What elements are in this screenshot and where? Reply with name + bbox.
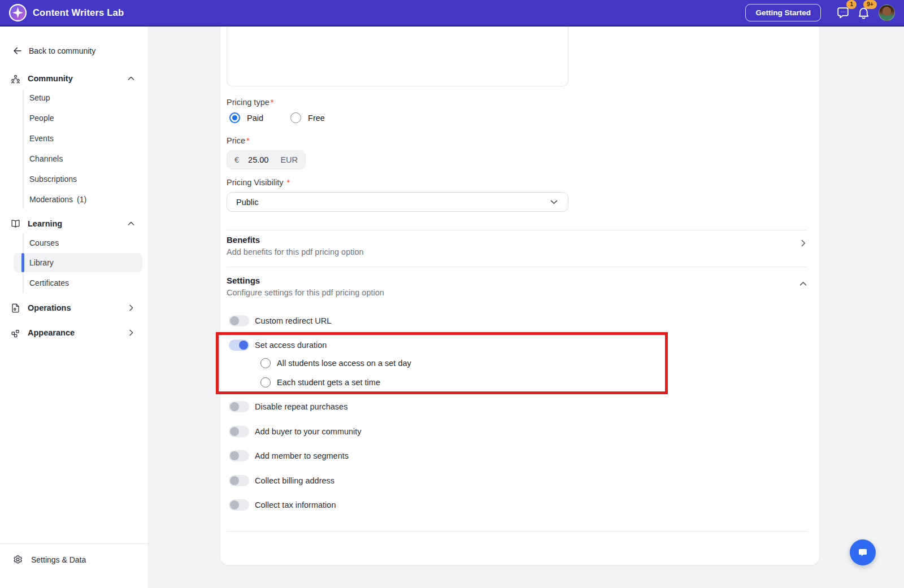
chat-bubble-icon — [856, 546, 870, 559]
learning-book-icon — [10, 219, 21, 229]
back-to-community-link[interactable]: Back to community — [0, 46, 148, 56]
pricing-visibility-select[interactable]: Public — [227, 192, 568, 212]
radio-all-students-set-day[interactable] — [260, 358, 271, 368]
getting-started-button[interactable]: Getting Started — [745, 4, 821, 21]
settings-and-data-link[interactable]: Settings & Data — [0, 554, 148, 565]
description-textarea[interactable] — [227, 26, 568, 86]
notifications-bell-icon[interactable]: 9+ — [855, 4, 872, 21]
set-access-duration-toggle[interactable] — [229, 339, 249, 351]
sidebar-section-appearance[interactable]: Appearance — [0, 327, 148, 338]
radio-paid-label: Paid — [247, 114, 263, 123]
add-buyer-toggle-row: Add buyer to your community — [229, 426, 362, 437]
price-label: Price* — [227, 136, 250, 145]
chat-launcher-button[interactable] — [850, 539, 876, 565]
gear-icon — [12, 554, 23, 565]
chevron-up-icon[interactable] — [798, 279, 808, 289]
pricing-visibility-label: Pricing Visibility * — [227, 178, 290, 187]
radio-each-student-set-time[interactable] — [260, 377, 271, 387]
radio-paid[interactable] — [229, 112, 240, 123]
community-subnav-rule — [23, 90, 24, 208]
divider — [227, 531, 808, 532]
collect-tax-information-toggle[interactable] — [229, 499, 249, 511]
radio-free[interactable] — [290, 112, 301, 123]
divider — [227, 230, 808, 230]
add-member-segments-toggle[interactable] — [229, 450, 249, 461]
add-member-toggle-row: Add member to segments — [229, 450, 349, 461]
collect-billing-address-toggle[interactable] — [229, 475, 249, 486]
top-navbar: Content Writers Lab Getting Started 1 9+ — [0, 0, 904, 27]
settings-subtitle: Configure settings for this pdf pricing … — [227, 288, 384, 297]
sidebar-section-community[interactable]: Community — [0, 73, 148, 84]
custom-redirect-toggle-row: Custom redirect URL — [229, 315, 331, 326]
chevron-up-icon — [127, 219, 136, 228]
settings-section-header[interactable]: Settings Configure settings for this pdf… — [227, 276, 808, 297]
required-asterisk: * — [287, 178, 290, 187]
benefits-title: Benefits — [227, 235, 364, 245]
user-avatar[interactable] — [879, 5, 895, 21]
sidebar-item-certificates[interactable]: Certificates — [29, 277, 69, 289]
sidebar-item-library[interactable]: Library — [29, 257, 54, 268]
sidebar-item-moderations[interactable]: Moderations (1) — [29, 194, 86, 205]
price-input[interactable]: € 25.00 EUR — [227, 150, 306, 169]
operations-icon — [10, 303, 21, 313]
community-icon — [10, 73, 21, 84]
divider — [227, 267, 808, 267]
chevron-up-icon — [127, 74, 136, 83]
active-indicator — [21, 253, 24, 272]
pricing-option-panel: Pricing type* Paid Free Price* € 25.00 E… — [220, 27, 819, 565]
custom-redirect-toggle[interactable] — [229, 315, 249, 326]
chat-icon[interactable]: 1 — [835, 4, 851, 21]
collect-tax-toggle-row: Collect tax information — [229, 499, 336, 511]
sidebar-item-channels[interactable]: Channels — [29, 153, 63, 164]
pricing-type-radio-group: Paid Free — [229, 112, 345, 123]
benefits-section-header[interactable]: Benefits Add benefits for this pdf prici… — [227, 235, 808, 256]
access-option-set-time-row: Each student gets a set time — [260, 377, 380, 387]
benefits-subtitle: Add benefits for this pdf pricing option — [227, 247, 364, 256]
radio-free-label: Free — [308, 114, 325, 123]
app-logo-icon[interactable] — [9, 4, 27, 21]
collect-billing-toggle-row: Collect billing address — [229, 475, 334, 486]
moderations-count: (1) — [77, 195, 86, 204]
sidebar-footer-divider — [0, 543, 149, 544]
disable-repeat-toggle-row: Disable repeat purchases — [229, 401, 347, 412]
required-asterisk: * — [246, 136, 250, 145]
pricing-type-label: Pricing type* — [227, 98, 273, 107]
set-access-duration-toggle-row: Set access duration — [229, 339, 327, 351]
required-asterisk: * — [271, 98, 274, 107]
chevron-right-icon — [127, 328, 136, 337]
app-title: Content Writers Lab — [33, 7, 124, 18]
sidebar: Back to community Community Setup People… — [0, 27, 149, 588]
currency-code: EUR — [280, 155, 298, 164]
disable-repeat-purchases-toggle[interactable] — [229, 401, 249, 412]
back-arrow-icon — [12, 46, 23, 56]
access-option-set-day-row: All students lose access on a set day — [260, 358, 411, 368]
add-buyer-toggle[interactable] — [229, 426, 249, 437]
sidebar-item-people[interactable]: People — [29, 112, 54, 124]
appearance-icon — [10, 328, 21, 338]
sidebar-section-learning[interactable]: Learning — [0, 218, 148, 229]
currency-symbol: € — [234, 155, 239, 164]
sidebar-section-operations[interactable]: Operations — [0, 302, 148, 313]
chevron-right-icon[interactable] — [798, 238, 808, 248]
price-value: 25.00 — [248, 155, 268, 164]
sidebar-item-events[interactable]: Events — [29, 133, 54, 144]
chevron-right-icon — [127, 303, 136, 312]
sidebar-item-setup[interactable]: Setup — [29, 92, 50, 103]
settings-title: Settings — [227, 276, 384, 285]
sidebar-item-courses[interactable]: Courses — [29, 237, 59, 249]
chevron-down-icon — [549, 197, 559, 207]
notifications-badge: 9+ — [863, 0, 877, 9]
sidebar-item-subscriptions[interactable]: Subscriptions — [29, 173, 77, 185]
selected-option: Public — [236, 198, 259, 207]
